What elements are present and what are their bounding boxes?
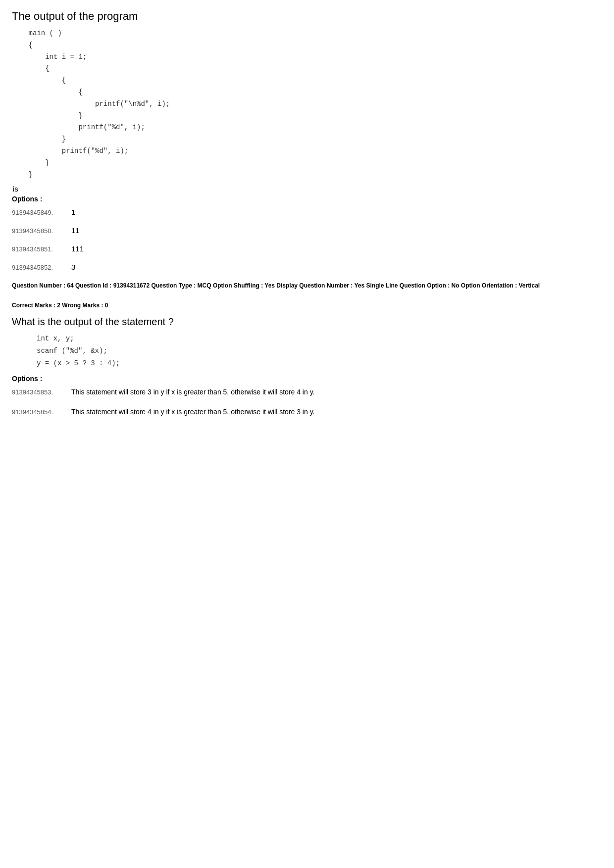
option-value: 111 xyxy=(71,244,84,253)
code-line: { xyxy=(12,75,602,87)
option-row: 91394345852.3 xyxy=(12,263,602,271)
option-number: 91394345849. xyxy=(12,209,66,216)
code-line: } xyxy=(12,110,602,122)
option-row: 91394345854.This statement will store 4 … xyxy=(12,407,602,417)
code-line: printf("\n%d", i); xyxy=(12,98,602,110)
code-line: main ( ) xyxy=(12,28,602,40)
option-number: 91394345853. xyxy=(12,388,66,396)
option-row: 91394345853.This statement will store 3 … xyxy=(12,387,602,397)
option-text: This statement will store 3 in y if x is… xyxy=(71,387,314,397)
options-list-1: 91394345849.191394345850.1191394345851.1… xyxy=(12,208,602,271)
code-line: } xyxy=(12,134,602,145)
option-number: 91394345854. xyxy=(12,408,66,416)
code-line: printf("%d", i); xyxy=(12,145,602,157)
option-row: 91394345850.11 xyxy=(12,226,602,235)
code-line: y = (x > 5 ? 3 : 4); xyxy=(37,357,602,370)
options-label-2: Options : xyxy=(12,375,602,383)
code-block-1: main ( ) { int i = 1; { { { printf("\n%d… xyxy=(12,28,602,181)
code-line: } xyxy=(12,169,602,181)
options-label-1: Options : xyxy=(12,195,602,203)
question2-text: What is the output of the statement ? xyxy=(12,316,602,328)
code-line: { xyxy=(12,63,602,75)
code-line: { xyxy=(12,87,602,98)
code-line: int x, y; xyxy=(37,333,602,345)
option-value: 1 xyxy=(71,208,75,216)
options-list-2: 91394345853.This statement will store 3 … xyxy=(12,387,602,417)
code-line: printf("%d", i); xyxy=(12,122,602,134)
option-row: 91394345851.111 xyxy=(12,244,602,253)
page-title: The output of the program xyxy=(12,10,602,23)
code-line: { xyxy=(12,40,602,51)
option-row: 91394345849.1 xyxy=(12,208,602,216)
option-value: 11 xyxy=(71,226,80,235)
question2-marks: Correct Marks : 2 Wrong Marks : 0 xyxy=(12,301,602,310)
option-number: 91394345852. xyxy=(12,264,66,271)
code-block-2: int x, y;scanf ("%d", &x);y = (x > 5 ? 3… xyxy=(37,333,602,370)
option-number: 91394345851. xyxy=(12,245,66,253)
code-line: } xyxy=(12,157,602,169)
code-line: int i = 1; xyxy=(12,51,602,63)
question2-meta: Question Number : 64 Question Id : 91394… xyxy=(12,281,602,290)
is-label: is xyxy=(13,185,602,193)
option-text: This statement will store 4 in y if x is… xyxy=(71,407,314,417)
option-value: 3 xyxy=(71,263,75,271)
option-number: 91394345850. xyxy=(12,227,66,235)
code-line: scanf ("%d", &x); xyxy=(37,345,602,357)
